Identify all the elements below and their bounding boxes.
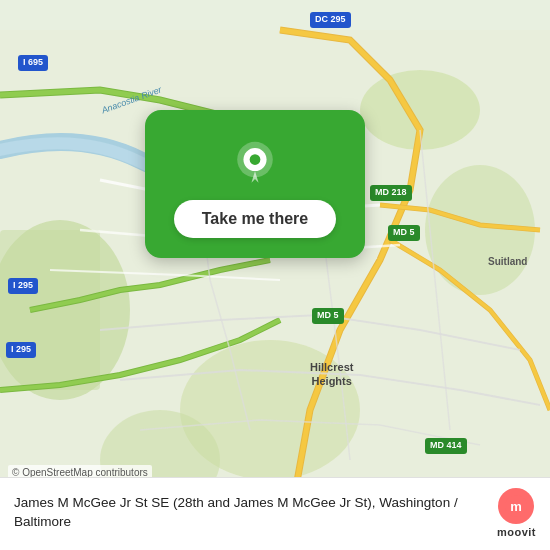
svg-point-9 (250, 154, 261, 165)
moovit-logo: m moovit (497, 488, 536, 538)
badge-i695: I 695 (18, 55, 48, 71)
svg-rect-2 (0, 230, 100, 390)
badge-i295b: I 295 (6, 342, 36, 358)
svg-text:m: m (511, 499, 523, 514)
badge-md5b: MD 5 (312, 308, 344, 324)
badge-md218: MD 218 (370, 185, 412, 201)
moovit-icon: m (498, 488, 534, 524)
badge-i295a: I 295 (8, 278, 38, 294)
badge-md5a: MD 5 (388, 225, 420, 241)
bottom-bar: James M McGee Jr St SE (28th and James M… (0, 477, 550, 550)
place-label-hillcrest: HillcrestHeights (310, 360, 353, 389)
location-name: James M McGee Jr St SE (28th and James M… (14, 494, 485, 532)
moovit-text: moovit (497, 526, 536, 538)
place-label-suitland: Suitland (488, 255, 527, 268)
location-pin-icon (231, 140, 279, 188)
badge-dc295: DC 295 (310, 12, 351, 28)
take-me-there-button[interactable]: Take me there (174, 200, 336, 238)
map-container: DC 295 I 695 MD 218 MD 5 MD 5 I 295 I 29… (0, 0, 550, 550)
badge-md414: MD 414 (425, 438, 467, 454)
callout-bubble: Take me there (145, 110, 365, 258)
